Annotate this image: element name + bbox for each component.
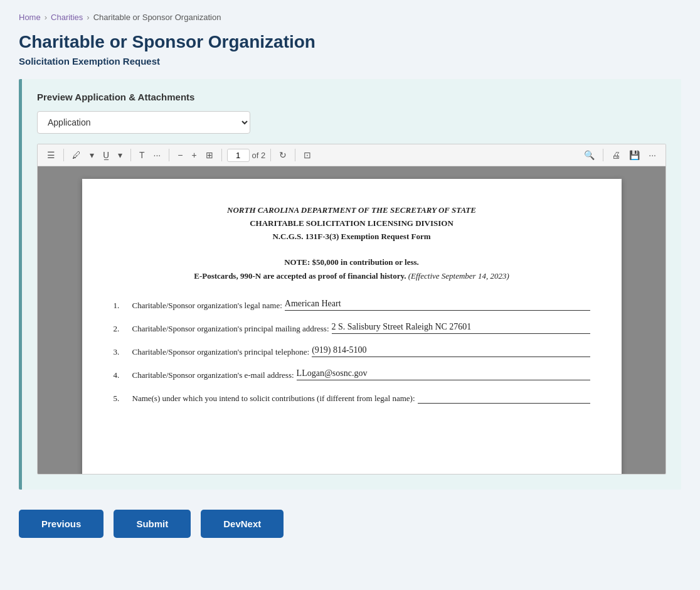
submit-button[interactable]: Submit <box>114 510 191 538</box>
field-label-2: Charitable/Sponsor organization's princi… <box>132 324 329 334</box>
toolbar-sep-7 <box>603 149 603 161</box>
toolbar-search-btn[interactable]: 🔍 <box>581 148 598 162</box>
toolbar-sep-4 <box>221 149 222 161</box>
page-title: Charitable or Sponsor Organization <box>19 32 681 52</box>
field-label-3: Charitable/Sponsor organization's princi… <box>132 347 310 357</box>
field-num-1: 1. <box>114 301 132 311</box>
field-label-5: Name(s) under which you intend to solici… <box>132 394 415 404</box>
breadcrumb-sep-2: › <box>87 13 89 22</box>
pdf-line1: NORTH CAROLINA DEPARTMENT OF THE SECRETA… <box>114 204 590 217</box>
toolbar-highlight-down[interactable]: ▾ <box>87 148 97 162</box>
toolbar-more2-btn[interactable]: ··· <box>645 148 659 162</box>
toolbar-sep-2 <box>130 149 131 161</box>
field-value-3: (919) 814-5100 <box>312 345 590 357</box>
page-number-input[interactable]: 1 <box>227 149 250 162</box>
toolbar-zoom-in[interactable]: + <box>188 148 199 162</box>
page-subtitle: Solicitation Exemption Request <box>19 56 681 67</box>
pdf-page-container: NORTH CAROLINA DEPARTMENT OF THE SECRETA… <box>38 166 666 474</box>
field-value-5 <box>418 392 590 404</box>
toolbar-zoom-out[interactable]: − <box>174 148 186 162</box>
toolbar-more-btn[interactable]: ··· <box>151 148 164 162</box>
dropdown-row: Application Attachments <box>37 111 666 134</box>
main-panel: Preview Application & Attachments Applic… <box>19 79 681 490</box>
toolbar-sep-1 <box>63 149 64 161</box>
pdf-scrollable[interactable]: NORTH CAROLINA DEPARTMENT OF THE SECRETA… <box>38 166 666 474</box>
application-select[interactable]: Application Attachments <box>37 111 250 134</box>
toolbar-highlight-btn[interactable]: 🖊 <box>69 148 84 162</box>
pdf-page: NORTH CAROLINA DEPARTMENT OF THE SECRETA… <box>82 179 622 474</box>
pdf-doc-header: NORTH CAROLINA DEPARTMENT OF THE SECRETA… <box>114 204 590 243</box>
toolbar-download-btn[interactable]: 💾 <box>626 148 643 162</box>
field-num-3: 3. <box>114 347 132 357</box>
toolbar-print-btn[interactable]: 🖨 <box>608 148 623 162</box>
pdf-note2-italic: (Effective September 14, 2023) <box>408 271 509 281</box>
field-value-2: 2 S. Salisbury Street Raleigh NC 27601 <box>332 322 590 334</box>
toolbar-sep-3 <box>169 149 169 161</box>
toolbar-fit-btn[interactable]: ⊞ <box>203 148 216 162</box>
toolbar-list-btn[interactable]: ☰ <box>44 148 58 162</box>
pdf-viewer: ☰ 🖊 ▾ U̲ ▾ T ··· − + ⊞ 1 of 2 ↻ ⊡ <box>37 144 666 475</box>
pdf-toolbar: ☰ 🖊 ▾ U̲ ▾ T ··· − + ⊞ 1 of 2 ↻ ⊡ <box>38 144 666 166</box>
toolbar-sep-6 <box>295 149 295 161</box>
field-value-1: American Heart <box>285 299 590 311</box>
devnext-button[interactable]: DevNext <box>201 510 284 538</box>
field-label-1: Charitable/Sponsor organization's legal … <box>132 301 282 311</box>
breadcrumb-charities[interactable]: Charities <box>51 13 83 22</box>
breadcrumb: Home › Charities › Charitable or Sponsor… <box>19 13 681 22</box>
field-num-2: 2. <box>114 324 132 334</box>
field-label-4: Charitable/Sponsor organization's e-mail… <box>132 370 294 380</box>
toolbar-underline-down[interactable]: ▾ <box>115 148 125 162</box>
toolbar-split-btn[interactable]: ⊡ <box>300 148 314 162</box>
previous-button[interactable]: Previous <box>19 510 103 538</box>
field-num-5: 5. <box>114 394 132 404</box>
table-row: 4. Charitable/Sponsor organization's e-m… <box>114 368 590 380</box>
toolbar-text-btn[interactable]: T <box>136 148 148 162</box>
table-row: 2. Charitable/Sponsor organization's pri… <box>114 322 590 334</box>
pdf-note: NOTE: $50,000 in contribution or less. E… <box>114 255 590 283</box>
breadcrumb-current: Charitable or Sponsor Organization <box>93 13 221 22</box>
field-value-4: LLogan@sosnc.gov <box>297 368 590 380</box>
pdf-note2: E-Postcards, 990-N are accepted as proof… <box>194 271 406 281</box>
pdf-note1: NOTE: $50,000 in contribution or less. <box>284 257 419 267</box>
footer-actions: Previous Submit DevNext <box>19 510 681 538</box>
page-total-label: of 2 <box>252 151 266 160</box>
breadcrumb-sep-1: › <box>45 13 47 22</box>
breadcrumb-home[interactable]: Home <box>19 13 41 22</box>
table-row: 3. Charitable/Sponsor organization's pri… <box>114 345 590 357</box>
toolbar-underline-btn[interactable]: U̲ <box>100 148 112 162</box>
table-row: 5. Name(s) under which you intend to sol… <box>114 392 590 404</box>
panel-header: Preview Application & Attachments <box>37 92 666 102</box>
toolbar-sep-5 <box>270 149 271 161</box>
pdf-line2: CHARITABLE SOLICITATION LICENSING DIVISI… <box>114 217 590 230</box>
field-num-4: 4. <box>114 370 132 380</box>
pdf-line3: N.C.G.S. 131F-3(3) Exemption Request For… <box>114 230 590 244</box>
toolbar-rotate-btn[interactable]: ↻ <box>276 148 290 162</box>
pdf-fields: 1. Charitable/Sponsor organization's leg… <box>114 299 590 404</box>
table-row: 1. Charitable/Sponsor organization's leg… <box>114 299 590 311</box>
